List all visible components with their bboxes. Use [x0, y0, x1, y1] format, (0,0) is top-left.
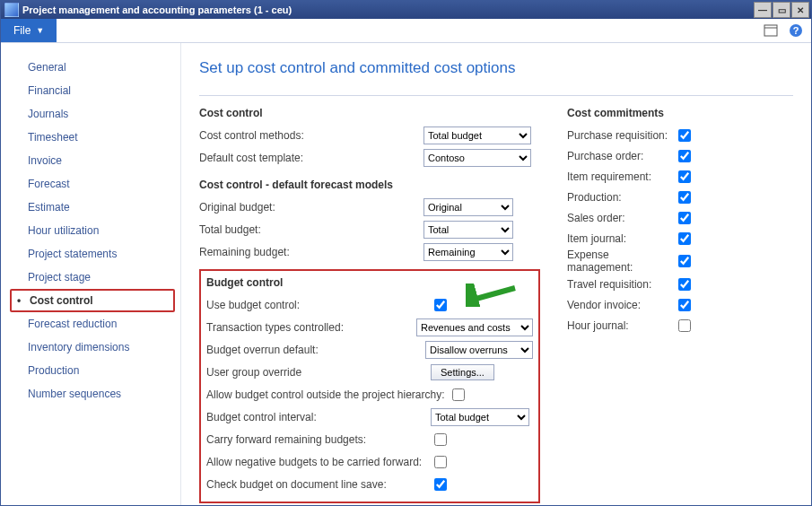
commit-checkbox[interactable] — [678, 212, 691, 224]
total-budget-select[interactable]: Total — [423, 221, 513, 239]
commit-row: Sales order: — [567, 207, 793, 228]
sidebar-item-number-sequences[interactable]: Number sequences — [1, 382, 180, 406]
cost-control-methods-select[interactable]: Total budget — [423, 126, 531, 144]
budget-overrun-select[interactable]: Disallow overruns — [425, 341, 533, 359]
commit-label: Vendor invoice: — [567, 299, 675, 311]
sidebar-item-cost-control[interactable]: Cost control — [10, 289, 175, 312]
svg-text:?: ? — [793, 25, 799, 36]
sidebar-item-financial[interactable]: Financial — [1, 79, 180, 102]
maximize-button[interactable]: ▭ — [773, 2, 790, 18]
commit-checkbox[interactable] — [678, 129, 691, 142]
commit-label: Travel requisition: — [567, 278, 675, 291]
commit-row: Vendor invoice: — [567, 294, 793, 315]
file-menu-label: File — [13, 24, 31, 37]
sidebar-item-production[interactable]: Production — [1, 359, 180, 382]
app-icon — [4, 3, 19, 17]
remaining-budget-select[interactable]: Remaining — [423, 243, 513, 261]
sidebar-item-forecast-reduction[interactable]: Forecast reduction — [1, 312, 180, 336]
allow-negative-checkbox[interactable] — [434, 456, 447, 468]
commit-row: Purchase requisition: — [567, 125, 793, 145]
outside-hierarchy-checkbox[interactable] — [452, 388, 465, 401]
commit-label: Sales order: — [567, 212, 675, 224]
menu-bar: File ▼ ? — [1, 19, 811, 43]
commit-checkbox[interactable] — [678, 150, 691, 162]
sidebar-item-journals[interactable]: Journals — [1, 102, 180, 126]
window-title: Project management and accounting parame… — [22, 4, 292, 15]
budget-interval-select[interactable]: Total budget — [431, 408, 529, 426]
commit-row: Item requirement: — [567, 166, 793, 187]
page-title: Set up cost control and committed cost o… — [199, 59, 793, 77]
commit-row: Item journal: — [567, 228, 793, 249]
chevron-down-icon: ▼ — [36, 26, 44, 35]
minimize-button[interactable]: — — [754, 2, 772, 18]
sidebar-item-invoice[interactable]: Invoice — [1, 149, 180, 172]
original-budget-label: Original budget: — [199, 201, 423, 214]
commit-checkbox[interactable] — [678, 255, 691, 267]
commit-checkbox[interactable] — [678, 191, 691, 204]
outside-hierarchy-label: Allow budget control outside the project… — [206, 388, 449, 401]
budget-interval-label: Budget control interval: — [206, 411, 431, 423]
commit-row: Purchase order: — [567, 145, 793, 166]
commit-checkbox[interactable] — [678, 278, 691, 291]
total-budget-label: Total budget: — [199, 223, 423, 236]
sidebar: GeneralFinancialJournalsTimesheetInvoice… — [1, 43, 181, 505]
commit-checkbox[interactable] — [678, 299, 691, 311]
commit-row: Travel requisition: — [567, 274, 793, 294]
cost-commitments-heading: Cost commitments — [567, 107, 793, 119]
commit-checkbox[interactable] — [678, 170, 691, 183]
sidebar-item-project-statements[interactable]: Project statements — [1, 242, 180, 266]
user-group-override-label: User group override — [206, 366, 431, 379]
file-menu[interactable]: File ▼ — [1, 19, 57, 42]
commit-checkbox[interactable] — [678, 319, 691, 332]
commit-row: Expense management: — [567, 249, 793, 274]
remaining-budget-label: Remaining budget: — [199, 246, 423, 258]
commit-label: Purchase order: — [567, 150, 675, 162]
sidebar-item-project-stage[interactable]: Project stage — [1, 266, 180, 289]
close-button[interactable]: ✕ — [791, 2, 809, 18]
svg-rect-0 — [764, 25, 777, 36]
commit-label: Production: — [567, 191, 675, 204]
sidebar-item-estimate[interactable]: Estimate — [1, 196, 180, 219]
original-budget-select[interactable]: Original — [423, 198, 513, 216]
sidebar-item-general[interactable]: General — [1, 56, 180, 79]
commit-label: Item journal: — [567, 232, 675, 245]
commit-checkbox[interactable] — [678, 232, 691, 245]
commit-label: Item requirement: — [567, 170, 675, 183]
settings-button[interactable]: Settings... — [431, 364, 494, 380]
sidebar-item-forecast[interactable]: Forecast — [1, 172, 180, 196]
cost-control-methods-label: Cost control methods: — [199, 129, 423, 142]
sidebar-item-hour-utilization[interactable]: Hour utilization — [1, 219, 180, 242]
check-budget-label: Check budget on document line save: — [206, 478, 431, 491]
sidebar-item-inventory-dimensions[interactable]: Inventory dimensions — [1, 336, 180, 359]
forecast-heading: Cost control - default forecast models — [199, 179, 540, 191]
allow-negative-label: Allow negative budgets to be carried for… — [206, 456, 431, 468]
use-budget-control-checkbox[interactable] — [434, 299, 447, 311]
budget-overrun-label: Budget overrun default: — [206, 344, 425, 356]
cost-control-heading: Cost control — [199, 107, 540, 119]
default-cost-template-label: Default cost template: — [199, 152, 423, 164]
carry-forward-checkbox[interactable] — [434, 433, 447, 446]
commit-label: Purchase requisition: — [567, 129, 675, 142]
app-window: Project management and accounting parame… — [0, 0, 812, 506]
commit-label: Hour journal: — [567, 319, 675, 332]
commit-label: Expense management: — [567, 249, 675, 274]
transaction-types-select[interactable]: Revenues and costs — [416, 318, 533, 336]
sidebar-item-timesheet[interactable]: Timesheet — [1, 126, 180, 149]
title-bar: Project management and accounting parame… — [1, 1, 811, 19]
check-budget-checkbox[interactable] — [434, 478, 447, 491]
default-cost-template-select[interactable]: Contoso — [423, 149, 531, 167]
help-icon[interactable]: ? — [788, 22, 804, 39]
budget-control-highlight: Budget control Use budget control: Trans… — [199, 269, 540, 503]
commit-row: Production: — [567, 187, 793, 207]
commit-row: Hour journal: — [567, 315, 793, 336]
transaction-types-label: Transaction types controlled: — [206, 321, 416, 334]
carry-forward-label: Carry forward remaining budgets: — [206, 433, 431, 446]
budget-control-heading: Budget control — [206, 276, 533, 289]
use-budget-control-label: Use budget control: — [206, 299, 431, 311]
main-panel: Set up cost control and committed cost o… — [181, 43, 811, 505]
window-list-icon[interactable] — [763, 22, 779, 39]
